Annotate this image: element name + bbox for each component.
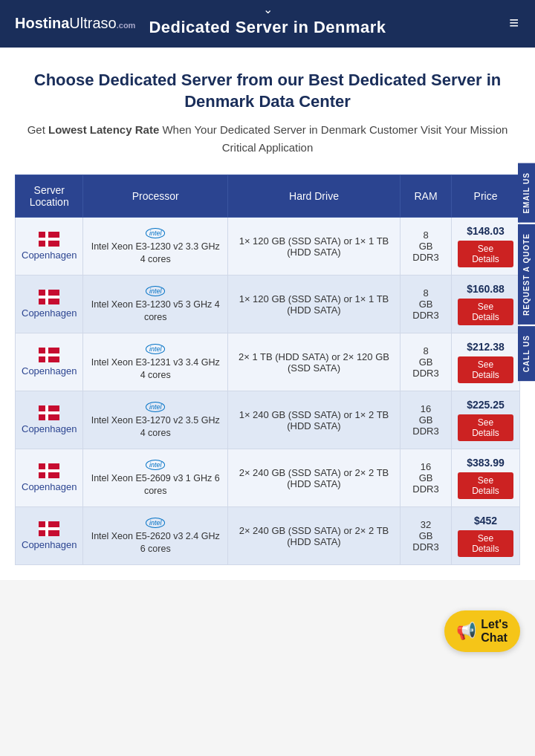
see-details-button[interactable]: See Details	[458, 241, 513, 267]
ram-cell: 32GB DDR3	[401, 507, 452, 565]
location-name: Copenhagen	[22, 539, 77, 550]
processor-name: Intel Xeon E3-1230 v2 3.3 GHz 4 cores	[91, 241, 220, 265]
svg-rect-14	[39, 469, 59, 472]
col-hard-drive: Hard Drive	[227, 175, 400, 218]
ram-cell: 8GB DDR3	[401, 276, 452, 333]
processor-cell: intel Intel Xeon E3-1230 v2 3.3 GHz 4 co…	[83, 218, 227, 276]
table-row: Copenhagen intel Intel Xeon E3-1230 v5 3…	[16, 276, 520, 333]
price-cell: $383.99 See Details	[452, 449, 520, 507]
price-value: $160.88	[458, 283, 513, 295]
processor-cell: intel Intel Xeon E3-1230 v5 3 GHz 4 core…	[83, 276, 227, 333]
intel-logo-icon: intel	[146, 228, 166, 238]
svg-rect-2	[39, 238, 59, 241]
price-value: $383.99	[458, 457, 513, 469]
price-cell: $212.38 See Details	[452, 333, 520, 391]
location-name: Copenhagen	[22, 365, 77, 377]
ram-cell: 8GB DDR3	[401, 218, 452, 276]
svg-rect-17	[39, 527, 59, 530]
location-cell: Copenhagen	[16, 449, 83, 507]
hard-drive-cell: 2× 240 GB (SSD SATA) or 2× 2 TB (HDD SAT…	[227, 449, 400, 507]
ram-cell: 16GB DDR3	[401, 391, 452, 449]
intel-logo-icon: intel	[146, 286, 166, 296]
denmark-flag-icon	[39, 232, 59, 247]
section-subtitle: Get Lowest Latency Rate When Your Dedica…	[15, 121, 520, 157]
page-title: Dedicated Server in Denmark	[0, 18, 535, 37]
location-name: Copenhagen	[22, 307, 77, 319]
location-name: Copenhagen	[22, 250, 77, 261]
processor-name: Intel Xeon E5-2609 v3 1 GHz 6 cores	[91, 473, 220, 497]
location-name: Copenhagen	[22, 423, 77, 434]
chevron-down-icon: ⌄	[0, 2, 535, 16]
denmark-flag-icon	[39, 521, 59, 536]
denmark-flag-icon	[39, 290, 59, 304]
processor-name: Intel Xeon E3-1270 v2 3.5 GHz 4 cores	[91, 415, 220, 439]
location-name: Copenhagen	[22, 481, 77, 492]
see-details-button[interactable]: See Details	[458, 356, 513, 383]
processor-cell: intel Intel Xeon E5-2609 v3 1 GHz 6 core…	[83, 449, 227, 507]
header-title-wrap: ⌄ Dedicated Server in Denmark	[0, 2, 535, 48]
denmark-flag-icon	[39, 463, 59, 478]
svg-rect-11	[39, 411, 59, 414]
main-content: Choose Dedicated Server from our Best De…	[0, 48, 535, 580]
pricing-table: ServerLocation Processor Hard Drive RAM …	[15, 175, 520, 565]
table-row: Copenhagen intel Intel Xeon E3-1270 v2 3…	[16, 391, 520, 449]
price-cell: $225.25 See Details	[452, 391, 520, 449]
intel-logo-icon: intel	[146, 518, 166, 528]
call-us-button[interactable]: CALL US	[518, 326, 535, 381]
denmark-flag-icon	[39, 405, 59, 420]
price-value: $148.03	[458, 225, 513, 237]
price-value: $225.25	[458, 399, 513, 411]
request-quote-button[interactable]: REQUEST A QUOTE	[518, 224, 535, 325]
side-buttons: EMAIL US REQUEST A QUOTE CALL US	[518, 163, 535, 381]
megaphone-icon: 📢	[456, 622, 476, 641]
table-row: Copenhagen intel Intel Xeon E5-2609 v3 1…	[16, 449, 520, 507]
price-cell: $160.88 See Details	[452, 276, 520, 333]
location-cell: Copenhagen	[16, 507, 83, 565]
table-row: Copenhagen intel Intel Xeon E3-1231 v3 3…	[16, 333, 520, 391]
location-cell: Copenhagen	[16, 218, 83, 276]
col-processor: Processor	[83, 175, 227, 218]
hard-drive-cell: 2× 1 TB (HDD SATA) or 2× 120 GB (SSD SAT…	[227, 333, 400, 391]
location-cell: Copenhagen	[16, 333, 83, 391]
processor-name: Intel Xeon E3-1231 v3 3.4 GHz 4 cores	[91, 357, 220, 381]
price-cell: $148.03 See Details	[452, 218, 520, 276]
email-us-button[interactable]: EMAIL US	[518, 163, 535, 223]
see-details-button[interactable]: See Details	[458, 299, 513, 325]
processor-cell: intel Intel Xeon E5-2620 v3 2.4 GHz 6 co…	[83, 507, 227, 565]
col-price: Price	[452, 175, 520, 218]
table-row: Copenhagen intel Intel Xeon E3-1230 v2 3…	[16, 218, 520, 276]
table-header-row: ServerLocation Processor Hard Drive RAM …	[16, 175, 520, 218]
intel-logo-icon: intel	[146, 460, 166, 470]
section-title: Choose Dedicated Server from our Best De…	[15, 70, 520, 112]
price-value: $452	[458, 515, 513, 527]
intel-logo-icon: intel	[146, 402, 166, 412]
col-ram: RAM	[401, 175, 452, 218]
denmark-flag-icon	[39, 348, 59, 362]
see-details-button[interactable]: See Details	[458, 414, 513, 441]
price-cell: $452 See Details	[452, 507, 520, 565]
ram-cell: 8GB DDR3	[401, 333, 452, 391]
location-cell: Copenhagen	[16, 276, 83, 333]
hard-drive-cell: 1× 240 GB (SSD SATA) or 1× 2 TB (HDD SAT…	[227, 391, 400, 449]
processor-cell: intel Intel Xeon E3-1231 v3 3.4 GHz 4 co…	[83, 333, 227, 391]
chat-label: Let's Chat	[481, 618, 508, 645]
hard-drive-cell: 2× 240 GB (SSD SATA) or 2× 2 TB (HDD SAT…	[227, 507, 400, 565]
chat-bubble[interactable]: 📢 Let's Chat	[444, 610, 520, 652]
svg-rect-8	[39, 353, 59, 356]
processor-name: Intel Xeon E5-2620 v3 2.4 GHz 6 cores	[91, 531, 220, 555]
processor-cell: intel Intel Xeon E3-1270 v2 3.5 GHz 4 co…	[83, 391, 227, 449]
col-server-location: ServerLocation	[16, 175, 83, 218]
price-value: $212.38	[458, 341, 513, 353]
table-row: Copenhagen intel Intel Xeon E5-2620 v3 2…	[16, 507, 520, 565]
see-details-button[interactable]: See Details	[458, 530, 513, 557]
processor-name: Intel Xeon E3-1230 v5 3 GHz 4 cores	[91, 299, 220, 323]
hard-drive-cell: 1× 120 GB (SSD SATA) or 1× 1 TB (HDD SAT…	[227, 218, 400, 276]
header: HostinaUltraso.com ⌄ Dedicated Server in…	[0, 0, 535, 48]
see-details-button[interactable]: See Details	[458, 472, 513, 499]
intel-logo-icon: intel	[146, 344, 166, 354]
location-cell: Copenhagen	[16, 391, 83, 449]
ram-cell: 16GB DDR3	[401, 449, 452, 507]
hard-drive-cell: 1× 120 GB (SSD SATA) or 1× 1 TB (HDD SAT…	[227, 276, 400, 333]
svg-rect-5	[39, 296, 59, 299]
